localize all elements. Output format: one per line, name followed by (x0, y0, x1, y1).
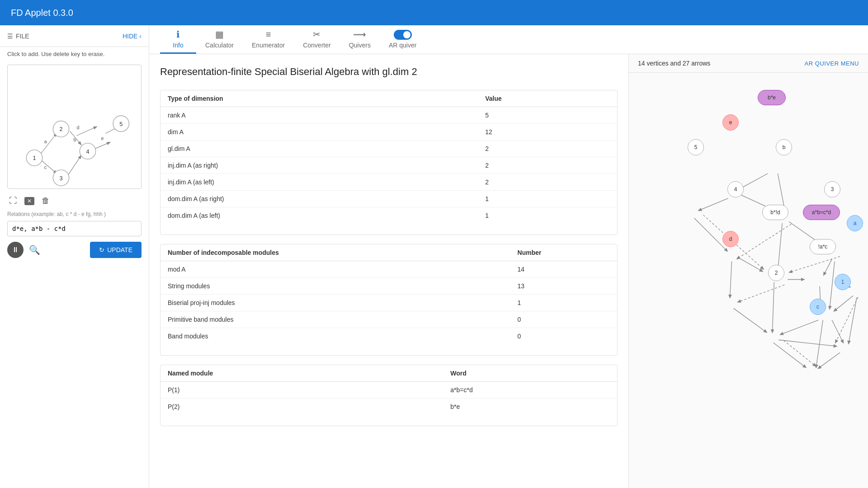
svg-line-29 (741, 259, 763, 272)
app-header: FD Applet 0.3.0 (0, 0, 868, 25)
dim-col-type: Type of dimension (160, 90, 478, 107)
content-split: Representation-finite Special Biserial A… (149, 54, 868, 488)
named-table: Named module Word P(1)a*b=c*dP(2)b*e (160, 365, 617, 415)
svg-line-30 (730, 262, 732, 298)
svg-text:5: 5 (119, 121, 123, 127)
svg-text:4: 4 (86, 148, 89, 155)
svg-text:c: c (44, 164, 47, 170)
search-button[interactable]: 🔍 (29, 244, 40, 255)
modules-table-row: Band modules0 (160, 328, 617, 344)
mod-value: 14 (510, 261, 617, 277)
dim-value: 1 (478, 207, 617, 224)
svg-text:a: a (44, 139, 47, 144)
svg-text:1: 1 (33, 155, 36, 161)
mod-value: 1 (510, 294, 617, 311)
toggle-slider (394, 30, 412, 40)
tab-quivers[interactable]: ⟿ Quivers (340, 25, 380, 54)
relations-label: Relations (example: ab, c * d - e fg, hh… (0, 209, 149, 219)
named-table-row: P(2)b*e (160, 398, 617, 415)
info-title: Representation-finite Special Biserial A… (160, 65, 618, 79)
dimension-table-row: inj.dim A (as right)2 (160, 157, 617, 174)
update-button[interactable]: ↻ UPDATE (90, 242, 142, 258)
mod-col-number: Number (510, 244, 617, 261)
svg-line-44 (773, 343, 806, 367)
named-word: b*e (443, 398, 617, 415)
mod-value: 13 (510, 277, 617, 294)
svg-line-28 (694, 218, 727, 251)
tab-ar-quiver[interactable]: AR quiver (380, 26, 425, 54)
graph-canvas[interactable]: 1 2 3 4 5 a c b d e (7, 65, 142, 189)
svg-line-31 (824, 259, 832, 275)
hint-text: Click to add. Use delete key to erase. (0, 47, 149, 61)
clear-button[interactable]: ✕ (23, 195, 36, 207)
svg-line-42 (816, 320, 823, 367)
mod-value: 0 (510, 311, 617, 328)
svg-line-40 (832, 320, 843, 343)
file-button[interactable]: ☰ FILE (7, 33, 29, 40)
svg-line-39 (734, 308, 767, 332)
node-lac: !a*c (810, 239, 836, 254)
svg-line-3 (76, 127, 96, 136)
ar-quiver-toggle[interactable] (394, 30, 412, 40)
named-module: P(1) (160, 381, 443, 398)
expand-button[interactable]: ⛶ (7, 194, 19, 207)
node-1: 1 (835, 274, 851, 290)
ar-quiver-toggle-container: AR quiver (389, 30, 416, 49)
svg-line-1 (41, 160, 57, 174)
named-table-section: Named module Word P(1)a*b=c*dP(2)b*e (160, 365, 618, 426)
svg-line-50 (835, 297, 858, 343)
quiver-canvas: b*e e b 5 4 3 b*!d a*b=c*d a (629, 73, 868, 488)
tab-info[interactable]: ℹ Info (160, 25, 196, 54)
quiver-arrows-svg (629, 73, 868, 488)
node-d: d (722, 231, 739, 247)
svg-text:2: 2 (59, 126, 62, 132)
node-c: c (810, 299, 826, 315)
node-e: e (722, 114, 739, 131)
node-be: b*e (758, 90, 786, 105)
quiver-stats: 14 vertices and 27 arrows (638, 60, 710, 67)
svg-line-37 (849, 297, 857, 343)
svg-text:d: d (76, 125, 79, 130)
tab-enumerator[interactable]: ≡ Enumerator (243, 26, 294, 54)
mod-type: Biserial proj-inj modules (160, 294, 510, 311)
svg-line-51 (783, 340, 816, 366)
pause-button[interactable]: ⏸ (7, 242, 24, 258)
graph-svg: 1 2 3 4 5 a c b d e (8, 65, 141, 188)
svg-line-5 (68, 155, 81, 175)
svg-line-49 (738, 285, 785, 302)
tab-converter[interactable]: ✂ Converter (294, 25, 340, 54)
info-icon: ℹ (176, 29, 180, 40)
named-col-word: Word (443, 365, 617, 382)
relations-input[interactable] (7, 221, 142, 236)
chevron-left-icon: ‹ (139, 33, 142, 40)
dimension-table: Type of dimension Value rank A5dim A12gl… (160, 90, 617, 224)
svg-line-4 (94, 142, 110, 149)
mod-type: Band modules (160, 328, 510, 344)
enumerator-icon: ≡ (266, 29, 271, 40)
dim-value: 2 (478, 140, 617, 157)
dimension-table-row: gl.dim A2 (160, 140, 617, 157)
content-area: ℹ Info ▦ Calculator ≡ Enumerator ✂ Conve… (149, 25, 868, 488)
info-panel: Representation-finite Special Biserial A… (149, 54, 628, 488)
calculator-icon: ▦ (215, 29, 224, 40)
tabs-bar: ℹ Info ▦ Calculator ≡ Enumerator ✂ Conve… (149, 25, 868, 54)
hide-button[interactable]: HIDE ‹ (123, 33, 142, 40)
bottom-controls: ⏸ 🔍 ↻ UPDATE (0, 238, 149, 262)
svg-line-0 (41, 133, 57, 153)
modules-table-section: Number of indecomposable modules Number … (160, 244, 618, 356)
modules-table: Number of indecomposable modules Number … (160, 244, 617, 344)
modules-table-row: mod A14 (160, 261, 617, 277)
dimension-table-row: inj.dim A (as left)2 (160, 174, 617, 190)
dim-type: rank A (160, 107, 478, 123)
sidebar-top-bar: ☰ FILE HIDE ‹ (0, 25, 149, 47)
quiver-header: 14 vertices and 27 arrows AR QUIVER MENU (629, 54, 868, 73)
svg-text:3: 3 (59, 175, 62, 182)
toolbar-row: ⛶ ✕ 🗑 (0, 192, 149, 209)
tab-calculator[interactable]: ▦ Calculator (196, 25, 243, 54)
delete-button[interactable]: 🗑 (40, 194, 52, 207)
app-title: FD Applet 0.3.0 (11, 8, 73, 18)
converter-icon: ✂ (313, 29, 321, 40)
named-table-row: P(1)a*b=c*d (160, 381, 617, 398)
ar-quiver-menu-button[interactable]: AR QUIVER MENU (805, 60, 859, 67)
dimension-table-row: dim A12 (160, 123, 617, 140)
